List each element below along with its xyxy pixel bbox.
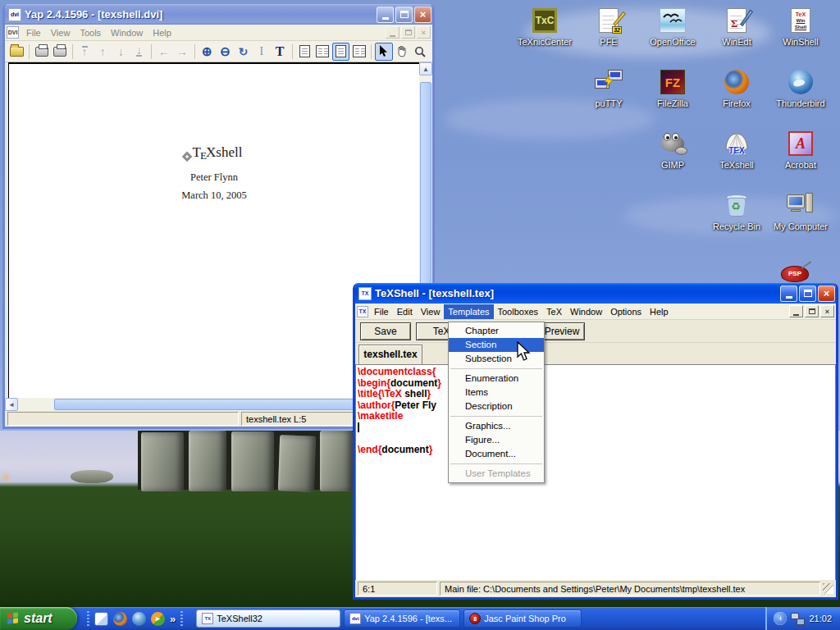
icon-label: OpenOffice [650, 37, 695, 47]
menu-help[interactable]: Help [646, 304, 673, 319]
menu-item-chapter[interactable]: Chapter [449, 324, 544, 338]
select-tool-icon[interactable] [375, 43, 392, 61]
recycle-bin-icon: ♻ [723, 191, 751, 219]
desktop-icon-recycle-bin[interactable]: ♻ Recycle Bin [705, 191, 769, 231]
page-up-icon[interactable]: ↑ [94, 43, 112, 61]
single-page-icon[interactable] [296, 43, 313, 61]
menu-item-figure[interactable]: Figure... [449, 433, 544, 447]
last-page-icon[interactable]: ↓ [130, 43, 148, 61]
save-button[interactable]: Save [360, 322, 411, 340]
menu-tools[interactable]: Tools [75, 26, 106, 39]
forward-icon[interactable]: → [173, 43, 190, 61]
desktop-icon-winedt[interactable]: Σ WinEdt [705, 7, 769, 47]
code-line: \documentclass{ [358, 367, 835, 378]
desktop-icon-putty[interactable]: puTTY [577, 68, 641, 108]
menu-item-graphics[interactable]: Graphics... [449, 419, 544, 433]
continuous-view-icon[interactable] [332, 43, 349, 61]
chevron-more-icon[interactable]: » [170, 613, 176, 625]
menu-item-document[interactable]: Document... [449, 447, 544, 461]
toolbar-handle[interactable] [87, 611, 89, 626]
menu-toolboxes[interactable]: Toolboxes [494, 304, 543, 319]
taskbar-button-texshell[interactable]: TX TeXShell32 [196, 609, 340, 628]
menu-templates[interactable]: Templates [444, 304, 493, 319]
desktop-icon-gimp[interactable]: GIMP [641, 130, 705, 170]
first-page-icon[interactable]: ↑ [76, 43, 94, 61]
menu-file[interactable]: File [21, 26, 46, 39]
menu-item-description[interactable]: Description [449, 399, 544, 413]
continuous-facing-icon[interactable] [350, 43, 368, 61]
menu-tex[interactable]: TeX [542, 304, 566, 319]
text-select-icon[interactable]: T [271, 43, 288, 61]
refresh-icon[interactable]: ↻ [235, 43, 252, 61]
pan-tool-icon[interactable] [394, 43, 411, 61]
print-icon[interactable] [33, 43, 50, 61]
desktop-icon-filezilla[interactable]: FZ FileZilla [641, 68, 705, 108]
close-button[interactable]: × [818, 285, 835, 302]
menu-file[interactable]: File [370, 304, 393, 319]
page-down-icon[interactable]: ↓ [112, 43, 130, 61]
maximize-button[interactable] [395, 7, 413, 23]
yap-titlebar[interactable]: dvi Yap 2.4.1596 - [texshell.dvi] × [2, 4, 435, 25]
edit-cursor-icon[interactable]: I [253, 43, 270, 61]
dvi-author: Peter Flynn [9, 171, 419, 184]
desktop-icon-texshell[interactable]: TEX TeXshell [705, 130, 769, 170]
desktop-icon-paintshoppro[interactable]: PSP [778, 264, 812, 283]
minimize-button[interactable] [377, 7, 394, 23]
open-icon[interactable] [8, 43, 25, 61]
media-player-quicklaunch-icon[interactable]: ► [151, 612, 165, 626]
menu-item-enumeration[interactable]: Enumeration [449, 372, 544, 386]
thunderbird-quicklaunch-icon[interactable] [132, 612, 146, 626]
mdi-minimize-button[interactable] [386, 26, 399, 39]
mdi-close-button[interactable]: × [820, 305, 834, 317]
menu-window[interactable]: Window [106, 26, 148, 39]
menu-help[interactable]: Help [148, 26, 176, 39]
code-area[interactable]: \documentclass{\begin{document}\title{\T… [355, 364, 836, 580]
start-button[interactable]: start [0, 607, 77, 630]
texshell-window: TX TeXShell - [texshell.tex] × TX File E… [353, 283, 838, 600]
icon-label: My Computer [774, 221, 828, 231]
toolbar-handle[interactable] [180, 611, 183, 626]
mdi-minimize-button[interactable] [789, 305, 803, 317]
network-icon[interactable] [791, 613, 805, 625]
desktop-icon-acrobat[interactable]: A Acrobat [769, 130, 833, 170]
show-desktop-icon[interactable] [94, 612, 108, 626]
firefox-quicklaunch-icon[interactable] [113, 612, 127, 626]
desktop-icon-pfe[interactable]: 32 PFE [577, 7, 641, 47]
desktop-icon-texniccenter[interactable]: TxC TeXnicCenter [513, 7, 577, 47]
close-button[interactable]: × [414, 7, 431, 23]
menu-view[interactable]: View [46, 26, 75, 39]
desktop-icon-winshell[interactable]: TeXWinShell WinShell [769, 7, 833, 47]
back-icon[interactable]: ← [155, 43, 172, 61]
desktop-icon-openoffice[interactable]: OpenOffice [641, 7, 705, 47]
code-line [358, 422, 835, 434]
scroll-up-icon[interactable]: ▲ [419, 62, 432, 75]
zoom-out-icon[interactable]: ⊖ [217, 43, 234, 61]
mdi-close-button[interactable]: × [417, 26, 431, 39]
menu-item-items[interactable]: Items [449, 386, 544, 399]
taskbar-button-paintshoppro[interactable]: 8 Jasc Paint Shop Pro [463, 609, 582, 628]
gimp-icon [659, 130, 687, 158]
desktop-icon-firefox[interactable]: Firefox [705, 68, 769, 108]
texshell-titlebar[interactable]: TX TeXShell - [texshell.tex] × [353, 283, 838, 304]
double-page-icon[interactable] [314, 43, 331, 61]
taskbar-button-yap[interactable]: dvi Yap 2.4.1596 - [texs... [344, 609, 460, 628]
desktop-icon-my-computer[interactable]: My Computer [769, 191, 833, 231]
scroll-left-icon[interactable]: ◄ [5, 398, 18, 411]
mdi-restore-button[interactable] [401, 26, 415, 39]
resize-grip[interactable] [823, 583, 833, 594]
menu-options[interactable]: Options [606, 304, 646, 319]
minimize-button[interactable] [780, 285, 797, 302]
tray-chevron-icon[interactable]: ‹ [774, 612, 787, 625]
preview-button[interactable]: Preview [539, 322, 585, 340]
menu-view[interactable]: View [417, 304, 445, 319]
tab-texshell-tex[interactable]: texshell.tex [358, 345, 422, 364]
horizontal-scroll-thumb[interactable] [54, 399, 403, 410]
zoom-in-icon[interactable]: ⊕ [199, 43, 216, 61]
menu-window[interactable]: Window [566, 304, 606, 319]
print-setup-icon[interactable] [51, 43, 68, 61]
desktop-icon-thunderbird[interactable]: Thunderbird [769, 68, 833, 108]
menu-edit[interactable]: Edit [393, 304, 417, 319]
mdi-restore-button[interactable] [805, 305, 819, 317]
magnify-tool-icon[interactable] [412, 43, 429, 61]
maximize-button[interactable] [799, 285, 816, 302]
